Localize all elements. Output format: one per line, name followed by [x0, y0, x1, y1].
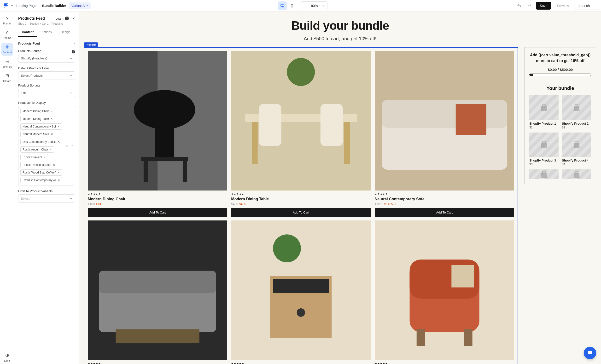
funnel-icon — [5, 16, 9, 21]
bundle-item-price: $4 — [562, 163, 591, 166]
app-menu-chevron-icon[interactable] — [10, 4, 13, 8]
zoom-out-button[interactable]: − — [301, 4, 309, 8]
product-card[interactable]: ★★★★★Neutral Modern Sofa$1050$945Add To … — [88, 220, 227, 364]
product-card[interactable]: ★★★★★Rustic Auburn Chair$449$404.10Add T… — [375, 220, 514, 364]
remove-tag-button[interactable]: ✕ — [58, 178, 60, 182]
chat-fab[interactable] — [584, 347, 596, 359]
contrast-icon — [5, 354, 9, 358]
add-to-cart-button[interactable]: Add To Cart — [88, 208, 227, 217]
variants-select[interactable]: Select — [18, 194, 75, 203]
remove-tag-button[interactable]: ✕ — [43, 156, 46, 159]
close-panel-button[interactable]: ✕ — [72, 17, 75, 20]
chevron-down-icon[interactable] — [71, 144, 74, 147]
rail-theme[interactable]: Theme — [1, 29, 13, 41]
device-desktop-button[interactable] — [278, 1, 287, 10]
product-tag: Rustic Drawers✕ — [20, 154, 48, 160]
remove-tag-button[interactable]: ✕ — [50, 117, 53, 120]
bundle-item[interactable] — [529, 169, 559, 179]
rail-settings[interactable]: Settings — [1, 58, 13, 70]
tab-actions[interactable]: Actions — [37, 28, 56, 37]
bc-section[interactable]: Section — [30, 22, 39, 25]
learn-link[interactable]: Learn ? — [56, 17, 69, 20]
product-tag: Oak Contemporary Bedside✕ — [20, 139, 62, 145]
add-to-cart-button[interactable]: Add To Cart — [375, 208, 514, 217]
bc-step[interactable]: Step 1 — [18, 22, 27, 25]
tab-design[interactable]: Design — [56, 28, 75, 37]
filter-value: Select Products — [21, 74, 43, 77]
price-new: $135 — [96, 202, 103, 206]
device-mobile-button[interactable] — [288, 1, 296, 10]
remove-tag-button[interactable]: ✕ — [58, 125, 60, 128]
help-icon: ? — [65, 17, 69, 20]
source-select[interactable]: Shopify (Headless) — [18, 54, 75, 63]
tag-label: Rustic Drawers — [22, 156, 42, 159]
rail-create[interactable]: Create — [1, 72, 13, 84]
filter-select[interactable]: Select Products — [18, 71, 75, 80]
bundle-message-line1: Add ({cart.value_threshold_gap}) — [529, 52, 591, 58]
bundle-message-line2: more to cart to get 10% off — [529, 58, 591, 64]
remove-tag-button[interactable]: ✕ — [50, 133, 53, 136]
help-icon[interactable]: ? — [72, 50, 75, 53]
product-image — [88, 220, 227, 360]
preview-button[interactable]: Preview — [553, 2, 573, 10]
breadcrumb-current: Bundle Builder — [42, 4, 66, 8]
undo-button[interactable] — [515, 1, 523, 10]
product-tag: Rustic Auburn Chair✕ — [20, 147, 54, 153]
bundle-item[interactable]: Shopify Product 4$4 — [562, 133, 591, 166]
bc-col[interactable]: Col 1 — [42, 22, 49, 25]
svg-rect-23 — [455, 104, 486, 135]
rail-light[interactable]: Light — [1, 352, 13, 364]
rail-funnel[interactable]: Funnel — [1, 14, 13, 27]
remove-tag-button[interactable]: ✕ — [53, 163, 55, 167]
rating-stars: ★★★★★ — [375, 192, 514, 196]
bc-products[interactable]: Products — [51, 22, 63, 25]
rail-create-label: Create — [3, 79, 11, 82]
product-card[interactable]: ★★★★★Neutral Contemporary Sofa$1295$1165… — [375, 51, 514, 217]
remove-tag-button[interactable]: ✕ — [50, 148, 52, 151]
clear-tags-button[interactable]: ✕ — [65, 144, 68, 148]
svg-rect-12 — [183, 160, 187, 182]
tag-label: Oak Contemporary Bedside — [22, 140, 56, 144]
progress-bar — [529, 74, 591, 76]
svg-rect-11 — [144, 160, 148, 182]
breadcrumb-parent[interactable]: Landing Pages — [16, 4, 38, 8]
remove-tag-button[interactable]: ✕ — [58, 140, 60, 144]
zoom-in-button[interactable]: + — [320, 4, 327, 8]
product-price: $1295$1165.50 — [375, 202, 514, 206]
chevron-down-icon — [86, 5, 88, 7]
add-to-cart-button[interactable]: Add To Cart — [231, 208, 371, 217]
tab-content[interactable]: Content — [18, 28, 37, 37]
tag-label: Neutral Modern Sofa — [22, 133, 49, 136]
section-feed-title: Products Feed — [18, 42, 40, 45]
products-block[interactable]: Products ★★★★★Modern Dining Chair$150$13… — [84, 47, 518, 364]
hero-subtitle: Add $500 to cart, and get 10% off! — [84, 36, 596, 41]
variant-selector[interactable]: Variant A — [69, 2, 91, 9]
tag-label: Modern Dining Table — [22, 117, 49, 120]
product-card[interactable]: ★★★★★Modern Dining Chair$150$135Add To C… — [88, 51, 227, 217]
product-image — [375, 51, 514, 190]
bundle-item[interactable]: Shopify Product 1$1 — [529, 95, 559, 129]
svg-point-32 — [273, 235, 301, 262]
bundle-item[interactable] — [562, 169, 591, 179]
product-tag: Neutral Modern Sofa✕ — [20, 131, 55, 137]
left-rail: Funnel Theme Content Settings Create — [0, 11, 14, 364]
product-card[interactable]: ★★★★★Oak Contemporary Bedside...$395$355… — [231, 220, 371, 364]
bundle-progress-label: $0.00 / $500.00 — [529, 68, 591, 72]
save-button[interactable]: Save — [536, 2, 551, 10]
remove-tag-button[interactable]: ✕ — [50, 109, 53, 113]
remove-tag-button[interactable]: ✕ — [58, 171, 60, 174]
rail-content[interactable]: Content — [1, 43, 13, 56]
bundle-item[interactable]: Shopify Product 3$3 — [529, 133, 559, 166]
canvas[interactable]: Build your bundle Add $500 to cart, and … — [79, 11, 601, 364]
bundle-item[interactable]: Shopify Product 2$2 — [562, 95, 591, 129]
redo-button[interactable] — [525, 1, 534, 10]
price-old: $150 — [88, 202, 95, 206]
sorting-select[interactable]: Title — [18, 89, 75, 97]
zoom-value: 90% — [309, 4, 320, 8]
tag-label: Rustic Traditional Sofa — [22, 163, 51, 167]
bundle-title: Your bundle — [529, 86, 591, 91]
chevron-down-icon[interactable] — [72, 42, 75, 45]
bundle-message: Add ({cart.value_threshold_gap}) more to… — [529, 52, 591, 64]
launch-button[interactable]: Launch → — [575, 2, 598, 10]
product-card[interactable]: ★★★★★Modern Dining Table$450$405Add To C… — [231, 51, 371, 217]
